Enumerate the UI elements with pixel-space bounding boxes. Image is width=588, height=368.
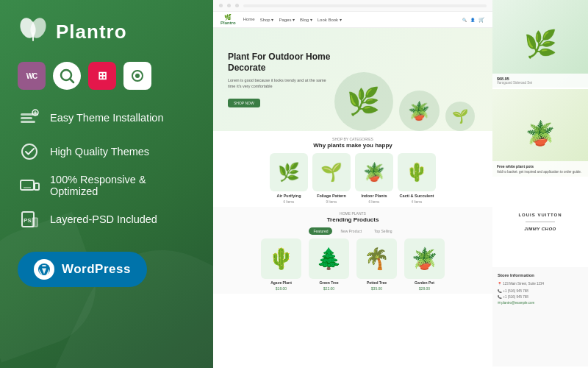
hero-subtitle: Lorem is good because it looks trendy an… (228, 77, 331, 90)
product-card-palm[interactable]: 🌴 Potted Tree $35.00 (355, 238, 399, 291)
query-monitor-badge (53, 62, 81, 90)
logo-area: Plantro (18, 16, 196, 47)
svg-rect-17 (32, 218, 37, 227)
product-card-pot[interactable]: 🪴 Garden Pot $28.00 (403, 238, 447, 291)
svg-rect-8 (21, 117, 32, 119)
responsive-icon (18, 174, 41, 197)
center-preview: 🌿 Plantro Home Shop ▾ Pages ▾ Blog ▾ Loo… (213, 0, 492, 368)
product-name-pot: Garden Pot (415, 280, 434, 285)
product-img-agave: 🌵 (261, 238, 301, 279)
nav-link-home[interactable]: Home (243, 17, 255, 22)
feature-quality-label: High Quality Themes (50, 146, 149, 158)
category-item-cacti[interactable]: 🌵 Cacti & Succulent 4 Items (398, 153, 436, 204)
nav-link-blog[interactable]: Blog ▾ (300, 17, 312, 22)
category-item-air[interactable]: 🌿 Air Purifying 6 Items (270, 153, 308, 204)
store-address: 📍 123 Main Street, Suite 1234 (498, 281, 544, 287)
product-price-palm: $35.00 (371, 286, 382, 291)
hero-title: Plant For Outdoor Home Decorate (228, 52, 331, 74)
hero-plant-small: 🌱 (445, 102, 475, 131)
wordpress-button[interactable]: WordPress (18, 252, 147, 287)
elementor-badge: ⊞ (88, 62, 116, 90)
strip-overlay-2: Free white plant pots Add to basket: get… (492, 161, 588, 177)
product-name-agave: Agave Plant (270, 280, 292, 285)
hero-plants-area: 🌿 🪴 🌱 (331, 28, 478, 131)
right-strip: 🌿 $68.95 Varoguard Sideroad Set 🪴 Free w… (492, 0, 588, 368)
preview-nav-logo: 🌿 Plantro (220, 14, 236, 25)
svg-text:PS: PS (24, 217, 32, 224)
feature-list: Easy Theme Installation High Quality The… (18, 106, 196, 231)
product-price-tree: $22.00 (323, 286, 334, 291)
product-price-agave: $18.00 (276, 286, 287, 291)
search-icon[interactable]: 🔍 (462, 18, 467, 22)
hero-plant-big: 🌿 (334, 72, 393, 131)
nav-link-lookbook[interactable]: Look Book ▾ (318, 17, 342, 22)
strip-brand-1: Varoguard Sideroad Set (497, 81, 584, 85)
category-count-foliage: 9 Items (326, 200, 337, 204)
category-count-indoor: 6 Items (369, 200, 380, 204)
product-card-agave[interactable]: 🌵 Agave Plant $18.00 (259, 238, 304, 291)
product-grid: 🌵 Agave Plant $18.00 🌲 Green Tree $22.00… (220, 238, 485, 291)
trending-section: HOME PLANTS Trending Products Featured N… (213, 207, 492, 294)
category-img-cacti: 🌵 (398, 153, 436, 191)
trending-header: HOME PLANTS Trending Products (220, 211, 485, 223)
categories-section-title: Why plants make you happy (220, 142, 485, 149)
wordpress-label: WordPress (62, 262, 131, 277)
product-name-tree: Green Tree (319, 280, 338, 285)
strip-thumb-2: 🪴 Free white plant pots Add to basket: g… (492, 89, 588, 178)
product-img-tree: 🌲 (309, 238, 349, 279)
cart-icon[interactable]: 🛒 (478, 17, 485, 23)
categories-section: SHOP BY CATEGORIES Why plants make you h… (213, 131, 492, 207)
product-name-palm: Potted Tree (367, 280, 387, 285)
strip-thumb-2-emoji: 🪴 (526, 119, 555, 147)
store-phone: 📞 +1 (516) 945 768 (498, 289, 528, 293)
hero-cta-button[interactable]: SHOP NOW (228, 99, 260, 107)
feature-responsive-label: 100% Responsive & Optimized (50, 174, 196, 197)
strip-overlay-1: $68.95 Varoguard Sideroad Set (492, 74, 588, 88)
tab-top-selling[interactable]: Top Selling (370, 227, 396, 235)
trending-section-label: HOME PLANTS (220, 211, 485, 216)
nav-link-shop[interactable]: Shop ▾ (260, 17, 274, 22)
svg-line-4 (70, 79, 74, 82)
preview-topbar (213, 0, 492, 12)
qode-badge (123, 62, 151, 90)
preview-leaf-icon: 🌿 (224, 14, 232, 21)
trending-section-title: Trending Products (220, 216, 485, 223)
feature-installation: Easy Theme Installation (18, 106, 196, 130)
preview-nav-actions: 🔍 👤 🛒 (462, 17, 485, 23)
category-item-indoor[interactable]: 🪴 Indoor Plants 6 Items (355, 153, 393, 204)
feature-responsive: 100% Responsive & Optimized (18, 174, 196, 197)
woocommerce-badge: WC (18, 62, 46, 90)
psd-icon: PS (18, 208, 41, 231)
category-name-air: Air Purifying (276, 194, 301, 198)
category-item-foliage[interactable]: 🌱 Foliage Pattern 9 Items (312, 153, 351, 204)
trending-tabs: Featured New Product Top Selling (220, 227, 485, 235)
svg-rect-9 (21, 121, 35, 123)
leaf-icon (18, 16, 49, 47)
topbar-url-bar (243, 4, 487, 7)
hero-plant-med: 🪴 (399, 91, 440, 131)
product-card-tree[interactable]: 🌲 Green Tree $22.00 (307, 238, 351, 291)
brand-logo-lv: LOUIS VUITTON (518, 213, 562, 217)
categories-section-label: SHOP BY CATEGORIES (220, 137, 485, 141)
strip-thumb-4: Store Information 📍 123 Main Street, Sui… (492, 267, 588, 368)
tab-new-product[interactable]: New Product (336, 227, 366, 235)
product-img-palm: 🌴 (356, 238, 397, 279)
preview-logo-text: Plantro (220, 21, 236, 25)
svg-point-6 (135, 74, 140, 78)
category-img-foliage: 🌱 (312, 153, 351, 191)
sidebar: Plantro WC ⊞ Easy Theme Installation (0, 0, 213, 368)
tab-featured[interactable]: Featured (309, 227, 332, 235)
account-icon[interactable]: 👤 (470, 18, 475, 22)
hero-text-block: Plant For Outdoor Home Decorate Lorem is… (228, 52, 331, 108)
strip-thumb-3: LOUIS VUITTON JIMMY CHOO (492, 178, 588, 267)
strip-brand-2: Free white plant pots (497, 164, 584, 169)
feature-psd: PS Layered-PSD Included (18, 208, 196, 231)
strip-desc-2: Add to basket: get inspired and applicat… (497, 170, 584, 174)
preview-nav: 🌿 Plantro Home Shop ▾ Pages ▾ Blog ▾ Loo… (213, 12, 492, 28)
preview-hero: Plant For Outdoor Home Decorate Lorem is… (213, 28, 492, 131)
logo-text: Plantro (56, 21, 127, 43)
svg-rect-2 (32, 32, 34, 41)
store-phone-2: 📞 +1 (516) 945 768 (498, 295, 528, 299)
nav-link-pages[interactable]: Pages ▾ (279, 17, 295, 22)
product-price-pot: $28.00 (419, 286, 430, 291)
